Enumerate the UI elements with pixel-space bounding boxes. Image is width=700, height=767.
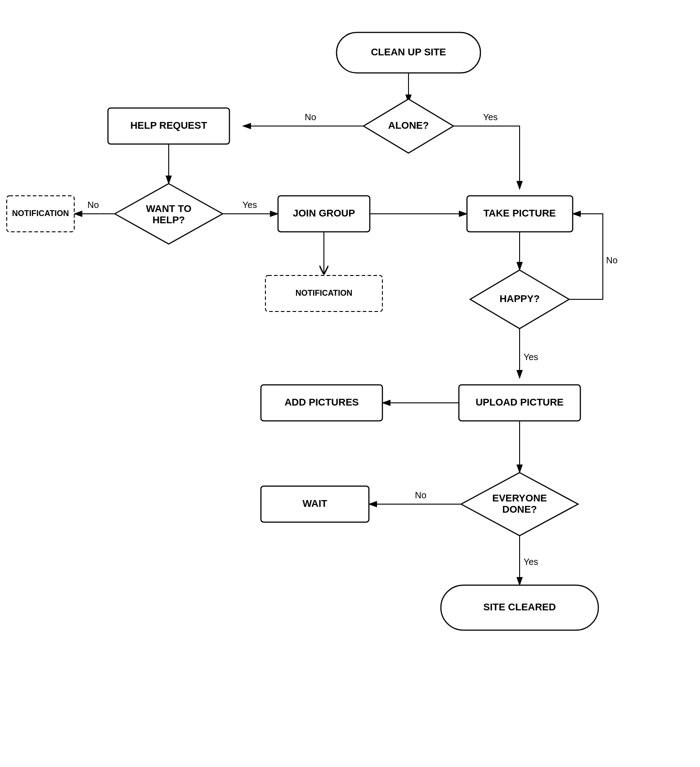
label-yes-alone: Yes <box>483 112 498 122</box>
upload-picture-label: UPLOAD PICTURE <box>476 397 564 408</box>
label-no-alone: No <box>305 112 316 122</box>
wait-label: WAIT <box>303 498 328 509</box>
label-yes-want: Yes <box>242 200 257 210</box>
notification-bottom-label: NOTIFICATION <box>296 289 353 298</box>
alone-label: ALONE? <box>388 120 429 131</box>
notification-left-label: NOTIFICATION <box>12 209 69 218</box>
add-pictures-label: ADD PICTURES <box>284 397 359 408</box>
end-label: SITE CLEARED <box>483 601 556 613</box>
want-to-help-label1: WANT TO <box>146 203 191 214</box>
want-to-help-label2: HELP? <box>153 214 185 226</box>
label-no-happy: No <box>606 255 618 265</box>
happy-label: HAPPY? <box>499 293 539 304</box>
label-yes-everyone: Yes <box>524 557 538 567</box>
everyone-done-label2: DONE? <box>503 504 537 515</box>
arrow-alone-takepic <box>453 126 520 189</box>
start-label: CLEAN UP SITE <box>371 46 446 58</box>
help-request-label: HELP REQUEST <box>130 120 207 131</box>
label-no-everyone: No <box>415 490 426 500</box>
label-no-want: No <box>87 200 99 210</box>
join-group-label: JOIN GROUP <box>293 208 355 219</box>
everyone-done-label1: EVERYONE <box>492 492 547 504</box>
label-yes-happy: Yes <box>524 352 538 362</box>
arrow-happy-no-takepic <box>569 214 603 299</box>
take-picture-label: TAKE PICTURE <box>484 208 556 219</box>
